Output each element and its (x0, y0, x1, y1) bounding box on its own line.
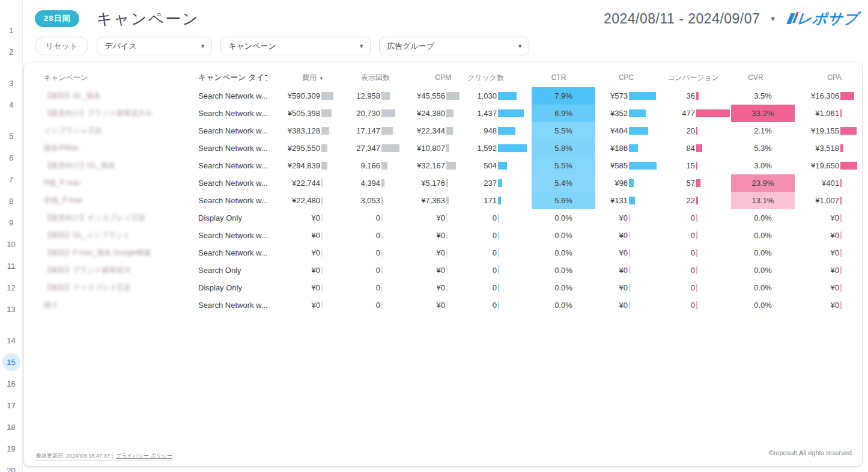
campaign-type: Search Network w... (198, 296, 267, 314)
report-content: 28日間 キャンペーン 2024/08/11 - 2024/09/07 ▼ レポ… (23, 0, 868, 472)
imp-bar (381, 179, 384, 187)
cpm-bar (446, 231, 448, 239)
table-row[interactable]: 【新患向け】ブランド顧客拡大①Search Network w...¥505,3… (36, 105, 854, 122)
conv-bar (696, 266, 697, 274)
cell-clicks: 948 (462, 122, 532, 139)
page-number-15[interactable]: 15 (0, 351, 22, 373)
ctr-value: 6.9% (554, 109, 572, 118)
cell-cpc: ¥0 (595, 296, 661, 314)
cpc-bar (629, 214, 630, 222)
col-header-cpm[interactable]: CPM (401, 73, 458, 82)
clicks-value: 1,437 (462, 109, 497, 118)
cpa-bar-track (839, 279, 861, 296)
page-number-13[interactable]: 13 (0, 298, 22, 320)
filter-bar: リセット デバイス ▼ キャンペーン ▼ 広告グループ ▼ (23, 30, 868, 61)
cost-bar (321, 144, 327, 152)
cvr-value: 23.9% (752, 179, 774, 188)
imp-value: 0 (338, 283, 380, 292)
page-number-4[interactable]: 4 (0, 94, 22, 115)
table-row[interactable]: 残りSearch Network w...¥00¥000.0%¥000.0%¥0 (36, 296, 854, 314)
col-header-campaign[interactable]: キャンペーン (36, 73, 198, 83)
date-range-picker[interactable]: 2024/08/11 - 2024/09/07 ▼ (604, 11, 777, 27)
col-header-ctr[interactable]: CTR (527, 73, 590, 82)
cell-cpc: ¥573 (595, 87, 661, 105)
clicks-value: 0 (462, 248, 497, 257)
filter-dropdown-adgroup[interactable]: 広告グループ ▼ (379, 37, 529, 55)
cost-bar-track (320, 105, 338, 122)
table-row[interactable]: 【医院】GL_インプラントSearch Network w...¥00¥000.… (36, 227, 854, 244)
table-row[interactable]: 【新患向け】ディスプレイ広告Display Only¥00¥000.0%¥000… (36, 209, 854, 227)
cpc-bar (629, 266, 630, 274)
clicks-bar-track (497, 157, 532, 174)
page-number-17[interactable]: 17 (0, 394, 22, 416)
page-number-18[interactable]: 18 (0, 416, 22, 438)
cell-cost: ¥383,128 (267, 122, 338, 139)
filter-dropdown-device[interactable]: デバイス ▼ (97, 37, 212, 55)
campaign-name-redacted: 【新患向け】GL_指名 (44, 161, 115, 171)
page-number-8[interactable]: 8 (0, 190, 22, 212)
page-number-5[interactable]: 5 (0, 125, 22, 147)
conv-value: 0 (661, 248, 695, 257)
cell-cpm: ¥0 (403, 262, 462, 279)
page-number-9[interactable]: 9 (0, 212, 22, 233)
period-badge: 28日間 (35, 10, 79, 27)
cost-value: ¥0 (267, 301, 320, 310)
cpc-value: ¥0 (595, 248, 628, 257)
col-header-cvr[interactable]: CVR (724, 73, 788, 82)
page-number-10[interactable]: 10 (0, 233, 22, 255)
cell-imp: 27,347 (338, 139, 403, 157)
cvr-value: 2.1% (754, 126, 772, 135)
col-header-cpa[interactable]: CPA (788, 73, 852, 82)
cpc-bar-track (628, 122, 661, 139)
page-number-20[interactable]: 20 (0, 459, 22, 472)
reset-button[interactable]: リセット (35, 37, 88, 55)
filter-dropdown-campaign[interactable]: キャンペーン ▼ (220, 37, 371, 55)
col-header-clicks[interactable]: クリック数 (458, 73, 527, 83)
cell-clicks: 504 (462, 157, 532, 174)
col-header-cost[interactable]: 費用▼ (267, 73, 337, 83)
table-row[interactable]: 【医院】GL_指名Search Network w...¥590,30912,9… (36, 87, 854, 105)
table-row[interactable]: 非残_P maxSearch Network w...¥22,4803,053¥… (36, 192, 854, 209)
page-number-6[interactable]: 6 (0, 147, 22, 168)
table-row[interactable]: 【医院】ブランド顧客拡大Search Only¥00¥000.0%¥000.0%… (36, 262, 854, 279)
page-number-14[interactable]: 14 (0, 329, 22, 351)
table-row[interactable]: インプラント広告Search Network w...¥383,12817,14… (36, 122, 854, 139)
cvr-value: 0.0% (754, 231, 772, 240)
clicks-bar-track (497, 209, 532, 227)
page-number-1[interactable]: 1 (0, 19, 22, 41)
col-header-campaign-type[interactable]: キャンペーン タイプ (198, 72, 267, 83)
app: 1234567891011121314151617181920 28日間 キャン… (0, 0, 868, 472)
cpa-bar (840, 109, 842, 117)
cell-clicks: 0 (462, 262, 532, 279)
page-number-19[interactable]: 19 (0, 438, 22, 459)
conv-value: 477 (661, 109, 695, 118)
col-header-cpc[interactable]: CPC (590, 73, 655, 82)
clicks-bar-track (497, 227, 532, 244)
campaign-name-redacted: 【医院】GL_インプラント (44, 230, 130, 241)
page-number-3[interactable]: 3 (0, 72, 22, 94)
privacy-policy-link[interactable]: プライバシー ポリシー (116, 453, 172, 459)
cell-cpc: ¥0 (595, 209, 661, 227)
col-header-conversions[interactable]: コンバージョン (655, 73, 724, 83)
table-row[interactable]: 【新患向け】GL_指名Search Network w...¥294,8399,… (36, 157, 854, 174)
cvr-value: 0.0% (754, 283, 772, 292)
page-number-12[interactable]: 12 (0, 277, 22, 298)
page-number-7[interactable]: 7 (0, 168, 22, 190)
cost-bar-track (320, 262, 338, 279)
conv-bar (696, 197, 698, 204)
logo-icon (786, 13, 796, 24)
table-row[interactable]: P残_P maxSearch Network w...¥22,7444,394¥… (36, 174, 854, 192)
cpa-value: ¥16,306 (795, 91, 839, 100)
table-row[interactable]: 【医院】P max_指名 Google検索Search Network w...… (36, 244, 854, 262)
clicks-value: 0 (462, 213, 497, 222)
table-row[interactable]: 指名/PMaxSearch Network w...¥295,55027,347… (36, 139, 854, 157)
clicks-bar (498, 127, 515, 135)
cpm-bar-track (445, 139, 462, 157)
page-number-11[interactable]: 11 (0, 255, 22, 277)
conv-value: 0 (661, 213, 695, 222)
col-header-impressions[interactable]: 表示回数 (337, 73, 401, 83)
page-number-16[interactable]: 16 (0, 373, 22, 394)
table-row[interactable]: 【医院】ディスプレイ広告Display Only¥00¥000.0%¥000.0… (36, 279, 854, 296)
page-number-2[interactable]: 2 (0, 41, 22, 63)
clicks-value: 237 (462, 179, 497, 188)
